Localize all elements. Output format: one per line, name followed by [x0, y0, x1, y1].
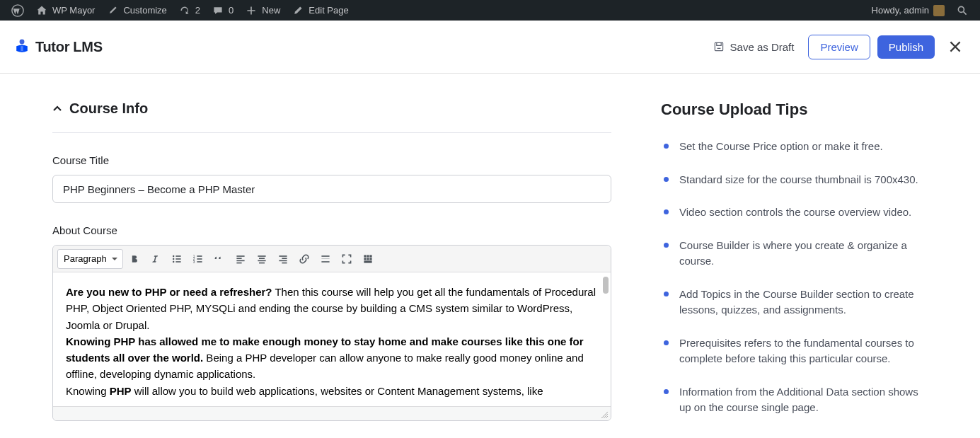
editor-statusbar — [53, 406, 611, 420]
brand-logo[interactable]: Tutor LMS — [13, 38, 103, 56]
save-draft-button[interactable]: Save as Draft — [706, 35, 802, 59]
svg-point-1 — [958, 6, 964, 12]
svg-point-6 — [173, 258, 174, 259]
svg-text:3: 3 — [193, 260, 195, 263]
svg-rect-29 — [321, 255, 329, 257]
pencil-icon — [292, 4, 304, 17]
svg-rect-27 — [279, 260, 287, 261]
new-content-link[interactable]: New — [239, 0, 286, 21]
svg-rect-21 — [258, 255, 265, 257]
wp-logo[interactable] — [6, 0, 30, 21]
updates-link[interactable]: 2 — [173, 0, 206, 21]
comments-count: 0 — [229, 5, 234, 16]
svg-rect-23 — [258, 260, 265, 261]
svg-rect-24 — [259, 262, 265, 263]
edit-page-link[interactable]: Edit Page — [286, 0, 354, 21]
comments-link[interactable]: 0 — [206, 0, 239, 21]
customize-link[interactable]: Customize — [100, 0, 172, 21]
svg-rect-36 — [367, 258, 369, 260]
search-toggle[interactable] — [950, 0, 974, 21]
tip-item: Add Topics in the Course Builder section… — [661, 287, 931, 318]
editor-content[interactable]: Are you new to PHP or need a refresher? … — [53, 272, 611, 406]
svg-rect-10 — [175, 261, 180, 263]
chevron-up-icon — [52, 104, 62, 114]
about-course-label: About Course — [52, 224, 611, 236]
avatar — [933, 5, 945, 16]
svg-rect-3 — [21, 46, 23, 51]
svg-rect-33 — [367, 255, 369, 257]
svg-rect-32 — [364, 255, 366, 257]
course-title-label: Course Title — [52, 154, 611, 166]
save-draft-label: Save as Draft — [730, 41, 795, 53]
resize-grip-icon[interactable] — [600, 410, 609, 419]
course-title-input[interactable] — [52, 175, 611, 203]
svg-point-5 — [173, 255, 174, 256]
svg-rect-30 — [321, 258, 329, 259]
svg-rect-25 — [279, 255, 287, 257]
course-info-toggle[interactable]: Course Info — [52, 100, 611, 133]
update-icon — [178, 4, 191, 17]
svg-rect-38 — [364, 260, 371, 263]
svg-point-7 — [173, 260, 174, 262]
preview-button[interactable]: Preview — [808, 35, 870, 59]
course-info-title: Course Info — [69, 100, 148, 117]
svg-rect-37 — [369, 258, 371, 260]
svg-rect-35 — [364, 258, 366, 260]
tip-item: Set the Course Price option or make it f… — [661, 139, 931, 155]
svg-rect-26 — [282, 258, 287, 259]
brush-icon — [106, 4, 119, 17]
toolbar-toggle-button[interactable] — [358, 249, 378, 269]
editor-scrollbar[interactable] — [602, 277, 609, 376]
site-name-text: WP Mayor — [52, 5, 95, 16]
svg-rect-22 — [259, 258, 265, 259]
svg-rect-28 — [282, 262, 287, 263]
site-name-link[interactable]: WP Mayor — [30, 0, 100, 21]
link-button[interactable] — [294, 249, 314, 269]
wp-admin-bar: WP Mayor Customize 2 0 New Edit Page How… — [0, 0, 980, 21]
plus-icon — [245, 4, 258, 17]
blockquote-button[interactable] — [209, 249, 229, 269]
tip-item: Standard size for the course thumbnail i… — [661, 172, 931, 188]
fullscreen-button[interactable] — [337, 249, 357, 269]
bold-button[interactable] — [125, 249, 144, 269]
svg-rect-20 — [236, 262, 241, 263]
new-text: New — [262, 5, 280, 16]
svg-rect-14 — [197, 255, 202, 257]
tip-item: Information from the Additional Data sec… — [661, 384, 931, 416]
tips-list: Set the Course Price option or make it f… — [661, 139, 931, 416]
svg-rect-16 — [197, 261, 202, 263]
numbered-list-button[interactable]: 123 — [188, 249, 208, 269]
editor-topbar: Tutor LMS Save as Draft Preview Publish — [0, 21, 980, 74]
tip-item: Video section controls the course overvi… — [661, 204, 931, 221]
italic-button[interactable] — [146, 249, 166, 269]
svg-rect-4 — [715, 42, 722, 50]
read-more-button[interactable] — [316, 249, 335, 269]
editor-toolbar: Paragraph 123 — [53, 246, 611, 272]
align-right-button[interactable] — [273, 249, 293, 269]
edit-page-text: Edit Page — [309, 5, 348, 16]
svg-rect-31 — [321, 261, 329, 263]
svg-point-2 — [20, 40, 25, 45]
svg-rect-19 — [236, 260, 244, 261]
rich-text-editor: Paragraph 123 Are you new to PHP or need… — [52, 245, 611, 421]
tips-heading: Course Upload Tips — [661, 100, 931, 119]
save-icon — [713, 41, 725, 52]
publish-button[interactable]: Publish — [877, 35, 935, 59]
wordpress-icon — [11, 4, 24, 17]
svg-rect-17 — [236, 255, 244, 257]
align-center-button[interactable] — [252, 249, 272, 269]
format-select[interactable]: Paragraph — [57, 249, 123, 269]
svg-rect-15 — [197, 258, 202, 260]
search-icon — [956, 4, 969, 17]
bullet-list-button[interactable] — [167, 249, 187, 269]
close-button[interactable] — [947, 39, 963, 54]
home-icon — [35, 4, 48, 17]
tutor-lms-icon — [13, 38, 31, 56]
my-account-link[interactable]: Howdy, admin — [866, 0, 950, 21]
updates-count: 2 — [195, 5, 200, 16]
svg-rect-9 — [175, 258, 180, 260]
tip-item: Prerequisites refers to the fundamental … — [661, 335, 931, 367]
howdy-text: Howdy, admin — [872, 5, 929, 16]
tip-item: Course Builder is where you create & org… — [661, 238, 931, 270]
align-left-button[interactable] — [231, 249, 250, 269]
